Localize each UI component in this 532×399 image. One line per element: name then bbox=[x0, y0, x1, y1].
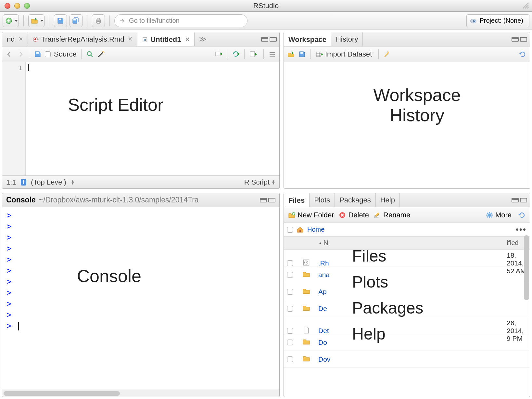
breadcrumb-overflow[interactable]: ••• bbox=[516, 225, 526, 235]
source-script-button[interactable] bbox=[249, 50, 259, 58]
source-on-save-checkbox[interactable] bbox=[45, 51, 51, 57]
files-list-header: ▲N ified bbox=[284, 237, 530, 250]
tab-files[interactable]: Files bbox=[284, 193, 310, 207]
delete-button[interactable]: Delete bbox=[338, 211, 369, 219]
code-tools-button[interactable] bbox=[97, 50, 107, 58]
svg-rect-17 bbox=[316, 52, 321, 57]
svg-text:R: R bbox=[144, 38, 146, 41]
project-menu[interactable]: R Project: (None) bbox=[466, 14, 530, 27]
goto-arrow-icon bbox=[119, 18, 126, 24]
svg-point-21 bbox=[488, 213, 491, 217]
editor-tab-nd[interactable]: nd ✕ bbox=[2, 32, 28, 46]
svg-rect-14 bbox=[216, 52, 220, 56]
annotation-label: Workspace History bbox=[352, 85, 482, 125]
tab-plots[interactable]: Plots bbox=[310, 193, 335, 207]
minimize-pane-button[interactable] bbox=[512, 198, 519, 202]
minimize-pane-button[interactable] bbox=[261, 37, 268, 42]
refresh-icon[interactable] bbox=[518, 211, 526, 219]
goto-file-function-input[interactable]: Go to file/function bbox=[114, 14, 247, 27]
refresh-icon[interactable] bbox=[519, 50, 526, 58]
minimize-pane-button[interactable] bbox=[260, 198, 267, 202]
load-workspace-icon[interactable] bbox=[287, 50, 295, 58]
clear-broom-icon[interactable] bbox=[383, 50, 391, 58]
back-arrow-icon[interactable] bbox=[6, 50, 13, 58]
maximize-pane-button[interactable] bbox=[520, 198, 527, 202]
horizontal-scrollbar[interactable] bbox=[2, 390, 279, 397]
minimize-window-button[interactable] bbox=[14, 3, 20, 9]
file-name[interactable]: Dov bbox=[318, 355, 425, 363]
row-checkbox[interactable] bbox=[287, 306, 293, 312]
folder-plus-icon bbox=[288, 211, 296, 219]
r-file-icon: R bbox=[142, 37, 148, 43]
code-editor[interactable]: Script Editor bbox=[26, 62, 279, 175]
editor-toolbar: Source bbox=[2, 46, 279, 62]
editor-tab-untitled[interactable]: R Untitled1 ✕ bbox=[137, 32, 194, 46]
toolbar-divider bbox=[49, 15, 49, 26]
file-type-icon bbox=[302, 258, 318, 268]
minimize-pane-button[interactable] bbox=[512, 37, 519, 42]
rerun-icon[interactable] bbox=[232, 50, 240, 58]
home-icon[interactable] bbox=[296, 226, 304, 234]
col-name[interactable]: N bbox=[323, 239, 328, 247]
close-icon[interactable]: ✕ bbox=[185, 36, 190, 43]
console-prompt: > bbox=[7, 221, 275, 232]
maximize-pane-button[interactable] bbox=[270, 37, 277, 42]
tab-label: History bbox=[336, 35, 358, 44]
overflow-tabs-button[interactable]: ≫ bbox=[195, 32, 211, 46]
row-checkbox[interactable] bbox=[287, 356, 293, 362]
select-all-checkbox[interactable] bbox=[287, 227, 293, 233]
toolbar-divider bbox=[87, 15, 87, 26]
files-toolbar: New Folder Delete Rename More bbox=[284, 207, 530, 223]
run-icon[interactable] bbox=[215, 50, 222, 58]
delete-label: Delete bbox=[348, 211, 369, 219]
tab-workspace[interactable]: Workspace bbox=[284, 32, 331, 46]
scope-label[interactable]: (Top Level) bbox=[31, 178, 66, 187]
console-body[interactable]: >>>>>>>>>>> |Console bbox=[2, 207, 279, 390]
zoom-window-button[interactable] bbox=[24, 3, 30, 9]
save-workspace-icon[interactable] bbox=[298, 50, 306, 58]
annotation-label: Console bbox=[77, 266, 141, 286]
forward-arrow-icon[interactable] bbox=[17, 50, 24, 58]
project-label: Project: (None) bbox=[480, 17, 524, 24]
row-checkbox[interactable] bbox=[287, 328, 293, 334]
close-icon[interactable]: ✕ bbox=[19, 36, 23, 43]
save-icon[interactable] bbox=[34, 50, 42, 58]
find-icon[interactable] bbox=[86, 50, 94, 58]
open-file-button[interactable] bbox=[28, 14, 44, 27]
row-checkbox[interactable] bbox=[287, 260, 293, 266]
vertical-scrollbar[interactable] bbox=[524, 235, 529, 394]
maximize-pane-button[interactable] bbox=[520, 37, 527, 42]
scope-updown-icon[interactable]: ▲▼ bbox=[71, 180, 75, 185]
files-list: .Rh18, 2014, 52 AManaApDeDet26, 2014, 9 … bbox=[284, 250, 530, 397]
import-dataset-button[interactable]: Import Dataset bbox=[315, 50, 374, 58]
maximize-pane-button[interactable] bbox=[268, 198, 275, 202]
type-updown-icon[interactable]: ▲▼ bbox=[272, 180, 275, 185]
outline-icon[interactable] bbox=[268, 50, 276, 58]
new-folder-button[interactable]: New Folder bbox=[288, 211, 334, 219]
file-type-label[interactable]: R Script bbox=[244, 178, 270, 187]
more-button[interactable]: More bbox=[486, 211, 513, 219]
console-title: Console bbox=[6, 196, 36, 204]
resize-grip-icon bbox=[522, 1, 530, 10]
console-prompt: > bbox=[7, 232, 275, 243]
tab-help[interactable]: Help bbox=[376, 193, 400, 207]
save-button[interactable] bbox=[54, 14, 67, 27]
editor-gutter: 1 bbox=[2, 62, 26, 175]
print-button[interactable] bbox=[92, 14, 105, 27]
close-window-button[interactable] bbox=[5, 3, 10, 9]
close-icon[interactable]: ✕ bbox=[128, 36, 133, 43]
row-checkbox[interactable] bbox=[287, 289, 293, 295]
save-all-button[interactable] bbox=[70, 14, 82, 27]
file-type-icon bbox=[302, 287, 318, 297]
rename-button[interactable]: Rename bbox=[374, 211, 410, 219]
breadcrumb-home[interactable]: Home bbox=[307, 226, 324, 233]
new-file-button[interactable] bbox=[3, 14, 19, 27]
editor-tab-transfer[interactable]: TransferRepAnalysis.Rmd ✕ bbox=[28, 32, 137, 46]
grid-import-icon bbox=[315, 50, 323, 58]
col-modified[interactable]: ified bbox=[425, 239, 526, 247]
row-checkbox[interactable] bbox=[287, 340, 293, 345]
tab-packages[interactable]: Packages bbox=[335, 193, 376, 207]
file-row[interactable]: Dov bbox=[284, 351, 530, 368]
row-checkbox[interactable] bbox=[287, 272, 293, 278]
tab-history[interactable]: History bbox=[331, 32, 363, 46]
